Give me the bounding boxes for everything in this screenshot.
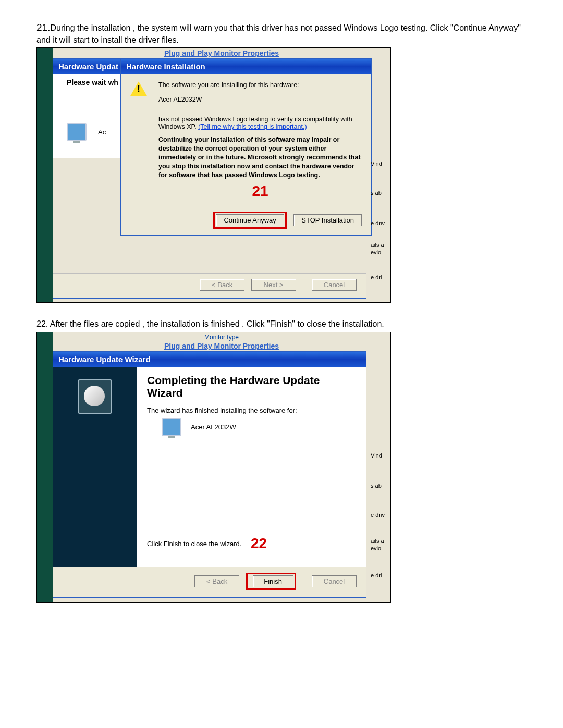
background-text-fragments: Vind s ab e driv ails a evio e dri	[371, 55, 390, 302]
logo-test-link[interactable]: (Tell me why this testing is important.)	[198, 123, 307, 130]
wizard-sidebar	[53, 367, 137, 567]
step21-body: During the installation , the system wil…	[36, 23, 521, 44]
device-short-label: Ac	[98, 128, 106, 136]
step21-text: 21.During the installation , the system …	[36, 21, 527, 45]
wizard-titlebar: Hardware Update Wizard	[53, 352, 366, 367]
wizard-complete-heading: Completing the Hardware Update Wizard	[147, 374, 356, 399]
wizard-finish-button[interactable]: Finish	[253, 575, 293, 587]
wizard-back-button[interactable]: < Back	[194, 575, 239, 587]
monitor-icon	[162, 418, 181, 436]
background-text-fragments: Vind s ab e driv ails a evio e dri	[371, 355, 390, 602]
wizard-cancel-button[interactable]: Cancel	[312, 575, 357, 587]
continue-anyway-button[interactable]: Continue Anyway	[216, 214, 284, 226]
wizard-back-button[interactable]: < Back	[200, 279, 244, 291]
install-cd-icon	[78, 379, 112, 414]
continue-anyway-highlight: Continue Anyway	[213, 212, 286, 229]
screenshot-21: Plug and Play Monitor Properties Hardwar…	[36, 47, 391, 303]
wizard-button-row: < Back Next > Cancel	[53, 273, 366, 298]
desktop-background	[37, 332, 53, 602]
wizard-cancel-button[interactable]: Cancel	[312, 279, 357, 291]
step22-text: 22. After the files are copied , the ins…	[36, 318, 527, 330]
pnp-properties-title: Plug and Play Monitor Properties	[53, 48, 390, 58]
stop-installation-button[interactable]: STOP Installation	[293, 214, 362, 226]
monitor-icon	[67, 123, 87, 141]
hardware-update-wizard-window: Hardware Update Wizard Completing the Ha…	[53, 351, 366, 598]
wizard-button-row: < Back Finish Cancel	[53, 567, 366, 597]
monitor-type-label: Monitor type	[53, 332, 390, 341]
callout-number-22: 22	[251, 535, 267, 551]
install-warning-bold: Continuing your installation of this sof…	[158, 135, 362, 179]
install-dialog-titlebar: Hardware Installation	[121, 59, 371, 74]
install-device-name: Acer AL2032W	[158, 96, 362, 103]
install-intro-text: The software you are installing for this…	[158, 81, 362, 89]
finish-button-highlight: Finish	[246, 573, 296, 590]
callout-number-21: 21	[252, 183, 268, 199]
hardware-installation-dialog: Hardware Installation The software you a…	[120, 58, 372, 235]
pnp-properties-title: Plug and Play Monitor Properties	[53, 341, 390, 351]
finish-hint-text: Click Finish to close the wizard.	[147, 540, 241, 548]
step21-number: 21.	[36, 22, 50, 33]
desktop-background	[37, 48, 53, 302]
warning-icon	[130, 81, 147, 96]
install-dialog-buttons: Continue Anyway STOP Installation	[130, 205, 362, 229]
wizard-finished-for: The wizard has finished installing the s…	[147, 406, 356, 414]
wizard-next-button[interactable]: Next >	[251, 279, 296, 291]
screenshot-22: Monitor type Plug and Play Monitor Prope…	[36, 332, 391, 603]
wizard-device-name: Acer AL2032W	[191, 423, 236, 431]
